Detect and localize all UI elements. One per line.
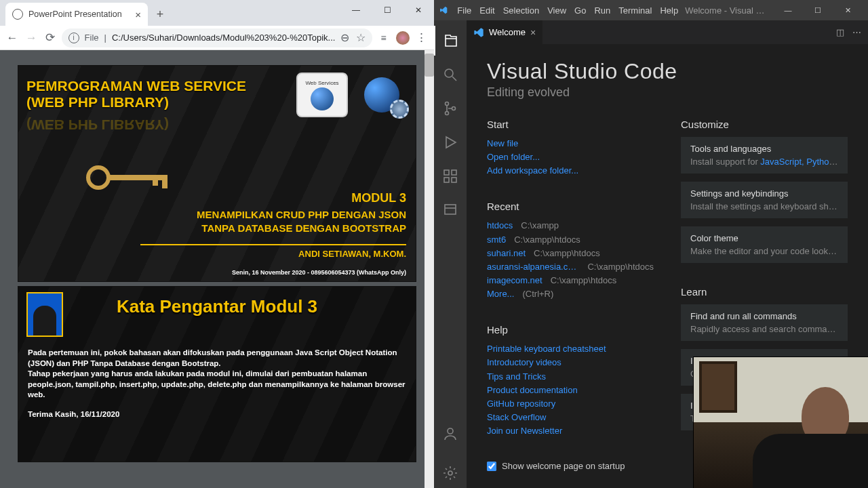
menu-selection[interactable]: Selection bbox=[499, 5, 543, 16]
menu-go[interactable]: Go bbox=[570, 5, 590, 16]
help-link[interactable]: Join our Newsletter bbox=[487, 424, 654, 438]
kebab-menu-icon[interactable]: ⋮ bbox=[414, 28, 430, 47]
forward-button[interactable]: → bbox=[23, 28, 39, 47]
start-link[interactable]: Add workspace folder... bbox=[487, 164, 654, 178]
scrollbar[interactable] bbox=[425, 50, 434, 488]
webcam-overlay bbox=[693, 357, 868, 488]
recent-name[interactable]: asuransi-alpanesia.com bbox=[487, 260, 579, 274]
help-link[interactable]: Stack Overflow bbox=[487, 411, 654, 424]
menu-view[interactable]: View bbox=[543, 5, 570, 16]
card-title: Settings and keybindings bbox=[690, 188, 838, 199]
menu-terminal[interactable]: Terminal bbox=[614, 5, 656, 16]
browser-tab[interactable]: PowerPoint Presentation × bbox=[5, 3, 148, 26]
more-actions-icon[interactable]: ⋯ bbox=[852, 27, 861, 37]
profile-avatar[interactable] bbox=[395, 28, 411, 47]
learn-card[interactable]: Find and run all commandsRapidly access … bbox=[681, 304, 848, 341]
back-button[interactable]: ← bbox=[4, 28, 20, 47]
customize-heading: Customize bbox=[681, 119, 848, 130]
recent-item[interactable]: smt6C:\xampp\htdocs bbox=[487, 233, 654, 247]
recent-path: C:\xampp bbox=[521, 219, 559, 232]
svg-rect-7 bbox=[452, 178, 456, 182]
tools-badge bbox=[356, 73, 408, 117]
svg-rect-4 bbox=[444, 170, 449, 175]
help-link[interactable]: Introductory videos bbox=[487, 356, 654, 369]
extensions-icon[interactable] bbox=[434, 161, 467, 191]
remote-icon[interactable] bbox=[434, 195, 467, 225]
close-icon[interactable]: × bbox=[530, 27, 536, 38]
show-welcome-checkbox[interactable] bbox=[487, 462, 496, 471]
customize-card[interactable]: Color themeMake the editor and your code… bbox=[681, 226, 848, 263]
svg-point-1 bbox=[446, 102, 449, 106]
source-control-icon[interactable] bbox=[434, 94, 467, 123]
reload-button[interactable]: ⟳ bbox=[42, 28, 58, 47]
tab-welcome[interactable]: Welcome × bbox=[467, 20, 542, 44]
new-tab-button[interactable]: + bbox=[151, 5, 170, 24]
recent-path: C:\xampp\htdocs bbox=[534, 247, 600, 260]
gear-icon bbox=[390, 100, 409, 119]
card-title: Find and run all commands bbox=[690, 311, 838, 321]
help-link[interactable]: GitHub repository bbox=[487, 397, 654, 411]
chrome-window: ― ☐ ✕ PowerPoint Presentation × + ← → ⟳ … bbox=[0, 0, 434, 488]
settings-gear-icon[interactable] bbox=[434, 458, 467, 488]
welcome-heading: Visual Studio Code bbox=[487, 59, 848, 84]
vscode-logo-icon bbox=[439, 4, 448, 16]
maximize-button[interactable]: ☐ bbox=[372, 0, 403, 20]
badge-label: Web Services bbox=[305, 80, 338, 86]
start-link[interactable]: New file bbox=[487, 137, 654, 150]
minimize-button[interactable]: ― bbox=[773, 0, 803, 20]
close-icon[interactable]: × bbox=[135, 9, 141, 20]
editor-tabs: Welcome × ◫ ⋯ bbox=[467, 20, 868, 44]
help-link[interactable]: Product documentation bbox=[487, 384, 654, 397]
slide1-subtitle-l2: TANPA DATABASE DENGAN BOOTSTRAP bbox=[197, 222, 406, 235]
slide1-footer: Senin, 16 November 2020 - 0895606054373 … bbox=[232, 269, 406, 276]
recent-name[interactable]: suhari.net bbox=[487, 247, 526, 260]
svg-point-3 bbox=[452, 107, 456, 110]
svg-rect-5 bbox=[452, 170, 456, 175]
reading-list-icon[interactable]: ≡ bbox=[375, 28, 391, 47]
run-debug-icon[interactable] bbox=[434, 127, 467, 157]
card-desc: Install the settings and keyboard shortc… bbox=[690, 201, 838, 211]
site-info-icon[interactable]: i bbox=[68, 33, 79, 43]
help-link[interactable]: Printable keyboard cheatsheet bbox=[487, 342, 654, 356]
menu-run[interactable]: Run bbox=[590, 5, 614, 16]
customize-card[interactable]: Tools and languagesInstall support for J… bbox=[681, 137, 848, 174]
explorer-icon[interactable] bbox=[434, 26, 467, 56]
heading-reflection: (WEB PHP LIBRARY) bbox=[26, 117, 169, 133]
recent-item[interactable]: imagecom.netC:\xampp\htdocs bbox=[487, 274, 654, 287]
menu-file[interactable]: File bbox=[453, 5, 475, 16]
recent-path: C:\xampp\htdocs bbox=[551, 274, 617, 287]
chrome-window-controls: ― ☐ ✕ bbox=[340, 0, 434, 20]
maximize-button[interactable]: ☐ bbox=[803, 0, 833, 20]
help-heading: Help bbox=[487, 324, 654, 336]
slide2-para1: Pada pertemuan ini, pokok bahasan akan d… bbox=[28, 348, 406, 369]
menu-edit[interactable]: Edit bbox=[475, 5, 498, 16]
svg-rect-8 bbox=[445, 205, 456, 214]
recent-item[interactable]: asuransi-alpanesia.comC:\xampp\htdocs bbox=[487, 260, 654, 274]
customize-card[interactable]: Settings and keybindingsInstall the sett… bbox=[681, 182, 848, 218]
zoom-icon[interactable]: ⊖ bbox=[340, 31, 349, 44]
recent-name[interactable]: htdocs bbox=[487, 219, 513, 232]
close-button[interactable]: ✕ bbox=[833, 0, 863, 20]
activity-bar bbox=[434, 20, 467, 488]
slide2-thanks: Terima Kasih, 16/11/2020 bbox=[28, 410, 119, 418]
accounts-icon[interactable] bbox=[434, 419, 467, 449]
scrollbar-thumb[interactable] bbox=[425, 54, 434, 77]
help-link[interactable]: Tips and Tricks bbox=[487, 370, 654, 384]
recent-item[interactable]: suhari.netC:\xampp\htdocs bbox=[487, 247, 654, 260]
start-link[interactable]: Open folder... bbox=[487, 150, 654, 164]
vscode-icon bbox=[473, 27, 484, 38]
recent-name[interactable]: imagecom.net bbox=[487, 274, 542, 287]
search-icon[interactable] bbox=[434, 60, 467, 89]
split-editor-icon[interactable]: ◫ bbox=[836, 27, 844, 37]
recent-item[interactable]: htdocsC:\xampp bbox=[487, 219, 654, 232]
close-button[interactable]: ✕ bbox=[403, 0, 434, 20]
svg-point-10 bbox=[448, 471, 452, 475]
recent-more-link[interactable]: More... bbox=[487, 287, 514, 301]
bookmark-icon[interactable]: ☆ bbox=[356, 31, 366, 44]
pdf-viewer[interactable]: PEMROGRAMAN WEB SERVICE (WEB PHP LIBRARY… bbox=[0, 50, 434, 488]
card-title: Color theme bbox=[690, 233, 838, 243]
minimize-button[interactable]: ― bbox=[340, 0, 372, 20]
recent-name[interactable]: smt6 bbox=[487, 233, 506, 247]
address-bar[interactable]: i File | C:/Users/Suhari/Downloads/Modul… bbox=[62, 28, 373, 47]
menu-help[interactable]: Help bbox=[656, 5, 682, 16]
